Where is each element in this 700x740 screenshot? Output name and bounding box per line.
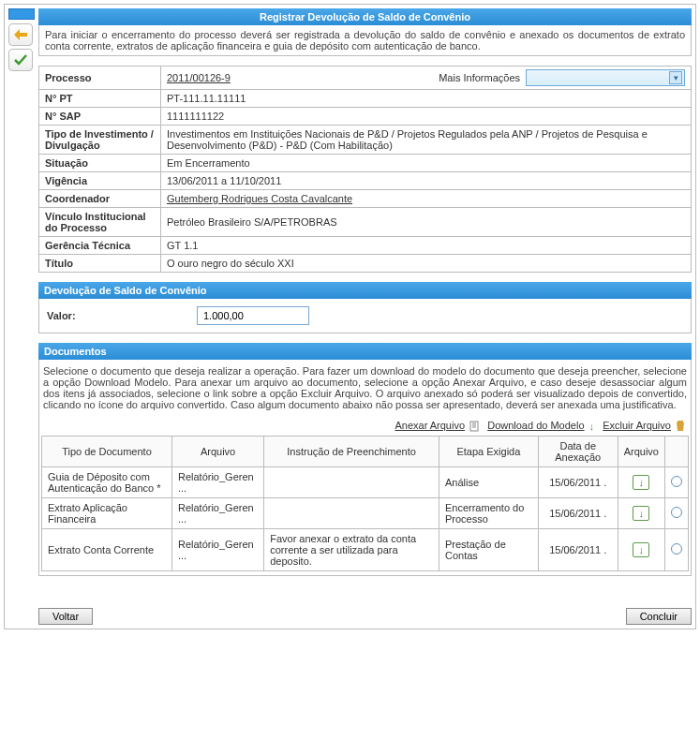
processo-link[interactable]: 2011/00126-9 [167, 72, 231, 83]
download-icon: ↓ [589, 421, 595, 432]
situacao-label: Situação [39, 155, 161, 172]
voltar-button[interactable]: Voltar [38, 608, 93, 625]
anexar-arquivo-link[interactable]: Anexar Arquivo [395, 420, 465, 431]
npt-label: N° PT [39, 90, 161, 108]
cell-etapa: Encerramento do Processo [439, 498, 538, 529]
sidebar [8, 8, 35, 625]
page-title: Registrar Devolução de Saldo de Convênio [38, 8, 692, 25]
cell-tipo: Extrato Conta Corrente [42, 529, 172, 571]
coord-label: Coordenador [39, 190, 161, 208]
concluir-button[interactable]: Concluir [626, 608, 692, 625]
nsap-label: N° SAP [39, 108, 161, 126]
row-radio[interactable] [671, 543, 682, 555]
documentos-text: Selecione o documento que deseja realiza… [41, 362, 689, 420]
documentos-header: Documentos [38, 343, 692, 360]
chevron-down-icon: ▾ [669, 71, 682, 84]
th-tipo: Tipo de Documento [42, 437, 172, 467]
process-info-table: Processo 2011/00126-9 Mais Informações ▾… [38, 66, 692, 273]
documentos-body: Selecione o documento que deseja realiza… [38, 360, 692, 576]
cell-select [665, 529, 689, 571]
valor-input[interactable] [197, 306, 309, 325]
vinculo-label: Vínculo Institucional do Processo [39, 208, 161, 237]
trash-icon [676, 421, 685, 432]
check-icon [14, 54, 27, 66]
cell-select [665, 498, 689, 529]
titulo-value: O ouro negro do século XXI [161, 255, 692, 273]
row-download-icon[interactable]: ↓ [633, 506, 649, 521]
situacao-value: Em Encerramento [161, 155, 692, 172]
tipo-label: Tipo de Investimento / Divulgação [39, 126, 161, 155]
cell-etapa: Análise [439, 467, 538, 498]
cell-data: 15/06/2011 . [538, 529, 618, 571]
row-radio[interactable] [671, 476, 682, 487]
table-row: Guia de Déposito com Autenticação do Ban… [42, 467, 689, 498]
titulo-label: Título [39, 255, 161, 273]
th-select [665, 437, 689, 467]
excluir-arquivo-link[interactable]: Excluir Arquivo [603, 420, 671, 431]
mais-info-select[interactable]: ▾ [526, 69, 685, 86]
app-frame: Registrar Devolução de Saldo de Convênio… [4, 4, 696, 629]
download-modelo-link[interactable]: Download do Modelo [487, 420, 584, 431]
devolucao-body: Valor: [38, 299, 692, 333]
cell-tipo: Guia de Déposito com Autenticação do Ban… [42, 467, 172, 498]
th-data: Data de Anexação [538, 437, 618, 467]
footer: Voltar Concluir [38, 585, 692, 625]
cell-instrucao [264, 498, 439, 529]
tipo-value: Investimentos em Instituições Nacionais … [161, 126, 692, 155]
cell-instrucao: Favor anexar o extrato da conta corrente… [264, 529, 439, 571]
table-row: Extrato Aplicação FinanceiraRelatório_Ge… [42, 498, 689, 529]
th-instrucao: Instrução de Preenchimento [264, 437, 439, 467]
sidebar-tab[interactable] [8, 8, 35, 20]
attach-icon [469, 421, 479, 432]
row-radio[interactable] [671, 507, 682, 518]
cell-download: ↓ [618, 529, 664, 571]
main-content: Registrar Devolução de Saldo de Convênio… [38, 8, 692, 625]
cell-etapa: Prestação de Contas [439, 529, 538, 571]
svg-rect-1 [678, 421, 683, 422]
devolucao-header: Devolução de Saldo de Convênio [38, 282, 692, 299]
cell-tipo: Extrato Aplicação Financeira [42, 498, 172, 529]
processo-label: Processo [39, 67, 161, 90]
intro-text: Para iniciar o encerramento do processo … [38, 25, 692, 56]
cell-select [665, 467, 689, 498]
vigencia-label: Vigência [39, 172, 161, 190]
confirm-button[interactable] [8, 49, 33, 71]
nsap-value: 1111111122 [161, 108, 692, 126]
row-download-icon[interactable]: ↓ [633, 475, 649, 490]
th-arquivo: Arquivo [171, 437, 263, 467]
back-arrow-button[interactable] [8, 23, 33, 46]
mais-info-label: Mais Informações [439, 72, 520, 83]
cell-arquivo: Relatório_Geren ... [171, 467, 263, 498]
coord-link[interactable]: Gutemberg Rodrigues Costa Cavalcante [167, 193, 352, 204]
back-arrow-icon [14, 29, 27, 40]
cell-data: 15/06/2011 . [538, 498, 618, 529]
documents-table: Tipo de Documento Arquivo Instrução de P… [41, 436, 689, 571]
th-etapa: Etapa Exigida [439, 437, 538, 467]
cell-data: 15/06/2011 . [538, 467, 618, 498]
documentos-actions: Anexar Arquivo Download do Modelo ↓ Excl… [41, 420, 689, 436]
valor-label: Valor: [47, 310, 159, 321]
gerencia-label: Gerência Técnica [39, 237, 161, 255]
vigencia-value: 13/06/2011 a 11/10/2011 [161, 172, 692, 190]
cell-download: ↓ [618, 498, 664, 529]
gerencia-value: GT 1.1 [161, 237, 692, 255]
cell-instrucao [264, 467, 439, 498]
cell-arquivo: Relatório_Geren ... [171, 498, 263, 529]
table-row: Extrato Conta CorrenteRelatório_Geren ..… [42, 529, 689, 571]
row-download-icon[interactable]: ↓ [633, 542, 649, 557]
vinculo-value: Petróleo Brasileiro S/A/PETROBRAS [161, 208, 692, 237]
cell-download: ↓ [618, 467, 664, 498]
npt-value: PT-111.11.11111 [161, 90, 692, 108]
cell-arquivo: Relatório_Geren ... [171, 529, 263, 571]
th-arq2: Arquivo [618, 437, 664, 467]
